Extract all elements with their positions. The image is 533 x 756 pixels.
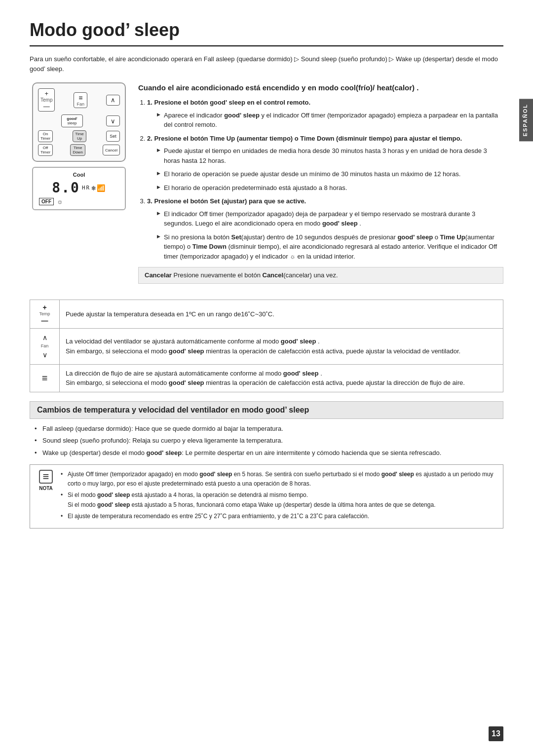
- note-box: ≡ NOTA Ajuste Off timer (temporizador ap…: [30, 464, 503, 529]
- note-bullet-2: Si el modo good' sleep está ajustado a 4…: [61, 491, 496, 509]
- on-timer-button[interactable]: On Timer: [38, 130, 53, 142]
- set-button[interactable]: Set: [106, 131, 120, 142]
- fan-label: Fan: [76, 102, 84, 107]
- cancel-note: Cancelar Presione nuevamente el botón Ca…: [138, 267, 503, 284]
- note-bullet-1: Ajuste Off timer (temporizador apagado) …: [61, 470, 496, 489]
- remote-control: + Temp — ≡ Fan ∧ good' sleep: [32, 82, 126, 162]
- step-3-bullet-1: El indicador Off timer (temporizador apa…: [157, 209, 503, 228]
- nota-label: NOTA: [39, 485, 53, 492]
- temp-desc: Puede ajustar la temperatura deseada en …: [60, 300, 503, 329]
- off-timer-button[interactable]: Off Timer: [38, 144, 53, 156]
- step-1-title: 1. Presione el botón good' sleep en el c…: [147, 99, 310, 106]
- feature-row-fan: ∧ Fan ∨ La velocidad del ventilador se a…: [30, 329, 503, 365]
- temp-icon-cell: + Temp —: [30, 300, 60, 329]
- main-section: + Temp — ≡ Fan ∧ good' sleep: [30, 82, 503, 290]
- cancel-button[interactable]: Cancel: [103, 145, 120, 155]
- display-icons: OFF ☼: [39, 197, 119, 205]
- cancel-label: Cancel: [105, 148, 117, 152]
- step-2-title: 2. Presione el botón Time Up (aumentar t…: [147, 135, 462, 142]
- note-symbol: ≡: [39, 470, 53, 484]
- intro-text: Para un sueño confortable, el aire acond…: [30, 54, 503, 74]
- feature-row-airflow: ≡ La dirección de flujo de aire se ajust…: [30, 364, 503, 392]
- step-3-title: 3. Presione el botón Set (ajustar) para …: [147, 197, 306, 205]
- airflow-desc: La dirección de flujo de aire se ajustar…: [60, 364, 503, 392]
- temp-label: Temp: [40, 97, 52, 103]
- chevron-down-button[interactable]: ∨: [106, 115, 120, 126]
- remote-area: + Temp — ≡ Fan ∧ good' sleep: [30, 82, 128, 290]
- step-2-bullet-3: El horario de operación predeterminado e…: [157, 183, 503, 193]
- time-up-button[interactable]: Time Up: [73, 130, 86, 142]
- temp-button[interactable]: + Temp —: [38, 88, 55, 112]
- language-tab: ESPAÑOL: [519, 99, 533, 141]
- chevron-up-button[interactable]: ∧: [106, 95, 120, 106]
- step-3-bullet-2: Si no presiona la botón Set(ajustar) den…: [157, 232, 503, 262]
- step-2: 2. Presione el botón Time Up (aumentar t…: [147, 134, 503, 193]
- fan-desc: La velocidad del ventilador se ajustará …: [60, 329, 503, 365]
- section1-heading: Cuando el aire acondicionado está encend…: [138, 82, 503, 93]
- fan-icon-button[interactable]: ≡ Fan: [74, 92, 87, 108]
- feature-table: + Temp — Puede ajustar la temperatura de…: [30, 300, 503, 392]
- page-number: 13: [489, 726, 503, 741]
- set-label: Set: [110, 134, 116, 139]
- airflow-icon-cell: ≡: [30, 364, 60, 392]
- content-area: Cuando el aire acondicionado está encend…: [138, 82, 503, 290]
- step-3: 3. Presione el botón Set (ajustar) para …: [147, 196, 503, 261]
- step-1-bullet-1: Aparece el indicador good' sleep y el in…: [157, 111, 503, 130]
- section2-bullet-2: Sound sleep (sueño profundo): Relaja su …: [35, 436, 503, 446]
- good-sleep-button[interactable]: good' sleep: [61, 114, 83, 127]
- display-hr-label: HR: [82, 185, 90, 191]
- feature-row-temp: + Temp — Puede ajustar la temperatura de…: [30, 300, 503, 329]
- note-bullet-3: El ajuste de temperatura recomendado es …: [61, 512, 496, 521]
- fan-icon-cell: ∧ Fan ∨: [30, 329, 60, 365]
- note-icon-col: ≡ NOTA: [37, 470, 55, 523]
- section2-bullet-3: Wake up (despertar) desde el modo good' …: [35, 448, 503, 458]
- cool-label: Cool: [39, 172, 119, 178]
- note-content: Ajuste Off timer (temporizador apagado) …: [61, 470, 496, 523]
- section2-bullets: Fall asleep (quedarse dormido): Hace que…: [30, 424, 503, 458]
- page-title: Modo good’ sleep: [30, 20, 503, 46]
- steps-list: 1. Presione el botón good' sleep en el c…: [138, 98, 503, 261]
- off-indicator: OFF: [39, 198, 54, 205]
- section2-heading: Cambios de temperatura y velocidad del v…: [30, 401, 503, 419]
- step-2-bullet-2: El horario de operación se puede ajustar…: [157, 169, 503, 179]
- step-2-bullet-1: Puede ajustar el tiempo en unidades de m…: [157, 146, 503, 165]
- display-panel: Cool 8.0 HR ❄ 📶 OFF ☼: [32, 167, 126, 210]
- time-down-button[interactable]: Time Down: [70, 144, 85, 156]
- section2-bullet-1: Fall asleep (quedarse dormido): Hace que…: [35, 424, 503, 434]
- display-digits: 8.0 HR ❄ 📶: [39, 180, 119, 196]
- step-1: 1. Presione el botón good' sleep en el c…: [147, 98, 503, 130]
